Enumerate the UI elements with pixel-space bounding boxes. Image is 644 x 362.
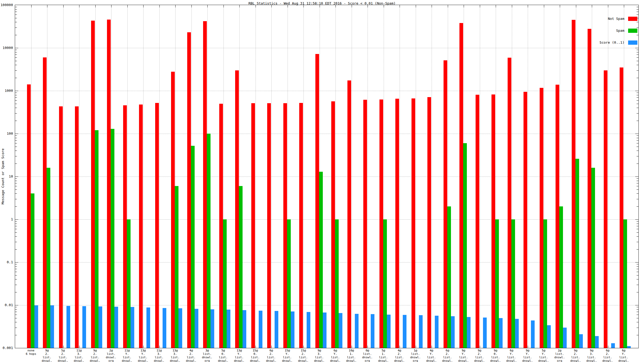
- x-gridline: [271, 5, 272, 348]
- bar-not-spam: [283, 103, 287, 348]
- bar-not-spam: [299, 103, 303, 348]
- y-minor-tick: [637, 147, 638, 147]
- bar-score: [178, 308, 182, 348]
- y-tick-label: 0.01: [0, 303, 13, 307]
- y-major-tick: [15, 134, 18, 134]
- rbl-statistics-chart: RBL Statistics - Wed Aug 31 12:58:10 EDT…: [0, 0, 644, 362]
- bar-score: [403, 315, 406, 348]
- y-minor-tick: [15, 57, 17, 58]
- x-tick-label: 6@ Y. list. dnswl. org 1 hop: [612, 349, 636, 362]
- bar-not-spam: [75, 106, 79, 348]
- bar-score: [34, 305, 38, 348]
- y-minor-tick: [15, 318, 17, 318]
- bar-spam: [591, 168, 595, 348]
- bar-score: [291, 311, 294, 348]
- x-top-tick: [191, 5, 192, 7]
- x-top-tick: [63, 5, 64, 7]
- y-minor-tick: [637, 249, 638, 250]
- x-gridline: [303, 5, 304, 348]
- bar-not-spam: [476, 95, 479, 348]
- y-minor-tick: [637, 279, 638, 279]
- y-minor-tick: [637, 178, 638, 179]
- bar-spam: [623, 219, 627, 348]
- bar-not-spam: [395, 99, 399, 348]
- x-gridline: [608, 5, 608, 348]
- plot-area: 1000001000010001001010.10.010.001: [15, 5, 639, 348]
- y-minor-tick: [15, 135, 17, 136]
- bar-score: [339, 313, 342, 348]
- x-top-tick: [528, 5, 528, 7]
- y-minor-tick: [637, 312, 638, 312]
- y-minor-tick: [637, 15, 638, 15]
- x-bottom-tick: [159, 346, 160, 348]
- y-minor-tick: [15, 93, 17, 93]
- x-gridline: [528, 5, 528, 348]
- y-minor-tick: [637, 272, 638, 272]
- y-minor-tick: [637, 135, 638, 136]
- bar-not-spam: [363, 100, 367, 348]
- x-top-tick: [576, 5, 576, 7]
- bar-not-spam: [331, 101, 335, 348]
- y-minor-tick: [637, 193, 638, 194]
- x-top-tick: [127, 5, 128, 7]
- bar-spam: [239, 186, 243, 348]
- x-top-tick: [47, 5, 47, 7]
- bar-spam: [575, 159, 579, 348]
- bar-score: [627, 346, 631, 348]
- y-minor-tick: [15, 206, 17, 207]
- bar-not-spam: [59, 106, 63, 348]
- y-major-tick: [15, 177, 18, 177]
- x-top-tick: [143, 5, 144, 7]
- x-bottom-tick: [400, 346, 400, 348]
- y-tick-label: 10000: [0, 46, 13, 49]
- bar-not-spam: [412, 98, 415, 348]
- y-minor-tick: [15, 272, 17, 272]
- x-top-tick: [223, 5, 224, 7]
- bar-not-spam: [27, 84, 31, 348]
- bar-score: [563, 328, 567, 348]
- y-tick-label: 0.1: [0, 260, 13, 264]
- bar-spam: [543, 219, 547, 348]
- y-minor-tick: [637, 143, 638, 143]
- y-minor-tick: [15, 232, 17, 233]
- x-top-tick: [303, 5, 304, 7]
- y-minor-tick: [637, 138, 638, 138]
- y-minor-tick: [15, 147, 17, 147]
- y-minor-tick: [15, 226, 17, 226]
- legend-item-spam: Spam: [616, 28, 637, 32]
- y-minor-tick: [15, 181, 17, 181]
- x-bottom-tick: [352, 346, 352, 348]
- y-minor-tick: [15, 266, 17, 267]
- x-top-tick: [464, 5, 464, 7]
- y-minor-tick: [15, 322, 17, 322]
- bar-score: [275, 311, 278, 348]
- y-minor-tick: [637, 22, 638, 22]
- legend-label-score: Score (0..1): [600, 40, 624, 44]
- bar-score: [163, 308, 166, 348]
- y-minor-tick: [15, 269, 17, 269]
- x-top-tick: [352, 5, 352, 7]
- x-top-tick: [79, 5, 79, 7]
- bar-spam: [559, 206, 563, 348]
- x-gridline: [79, 5, 79, 348]
- y-minor-tick: [637, 61, 638, 61]
- y-minor-tick: [15, 52, 17, 52]
- y-minor-tick: [637, 156, 638, 156]
- x-top-tick: [256, 5, 256, 7]
- score-swatch: [628, 40, 637, 45]
- x-bottom-tick: [303, 346, 304, 348]
- bar-score: [211, 309, 214, 348]
- legend-item-not-spam: Not Spam: [608, 16, 637, 20]
- y-minor-tick: [15, 95, 17, 95]
- y-minor-tick: [15, 335, 17, 335]
- y-minor-tick: [15, 28, 17, 28]
- y-minor-tick: [637, 266, 638, 267]
- y-minor-tick: [637, 232, 638, 233]
- bar-score: [483, 318, 487, 348]
- bar-not-spam: [556, 85, 559, 348]
- y-minor-tick: [637, 199, 638, 199]
- y-minor-tick: [15, 199, 17, 199]
- y-minor-tick: [15, 178, 17, 179]
- y-minor-tick: [15, 193, 17, 194]
- y-minor-tick: [637, 242, 638, 242]
